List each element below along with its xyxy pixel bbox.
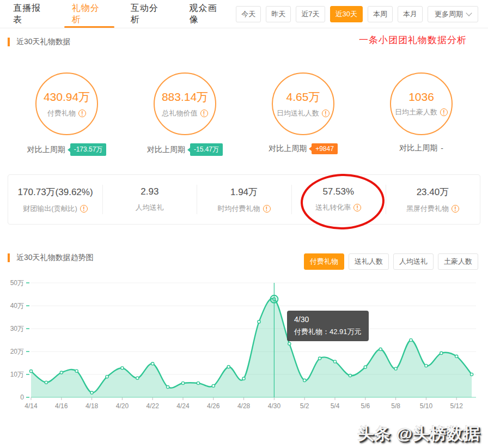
stat-circle-avg-daily-gifters: 4.65万 日均送礼人数 <box>244 72 362 135</box>
svg-text:10万: 10万 <box>10 371 24 378</box>
info-icon[interactable] <box>452 205 459 213</box>
compare-row-total-gift-value: 对比上周期 -15.47万 <box>126 143 244 156</box>
svg-text:4/28: 4/28 <box>237 402 251 410</box>
stat-ring: 4.65万 日均送礼人数 <box>272 72 334 135</box>
svg-text:5/12: 5/12 <box>450 402 463 410</box>
gift-data-section-title: 近30天礼物数据 <box>16 37 71 47</box>
tab-label: 互动分析 <box>131 3 166 26</box>
svg-text:4/14: 4/14 <box>25 402 38 410</box>
filter-tycoon-count-button[interactable]: 土豪人数 <box>438 253 478 270</box>
period-yesterday-button[interactable]: 昨天 <box>266 6 291 22</box>
period-this-month-button[interactable]: 本月 <box>398 6 423 22</box>
stat-label-text: 日均送礼人数 <box>277 108 319 118</box>
summary-stat-blackscreen-paid-gifts: 23.40万 黑屏付费礼物 <box>386 175 480 224</box>
stat-value: 2.93 <box>141 186 158 197</box>
stat-value: 883.14万 <box>162 89 208 105</box>
compare-label: 对比上周期 <box>27 145 65 155</box>
period-last30days-button[interactable]: 近30天 <box>330 6 363 22</box>
watermark: 头条 @头榜数据 <box>357 423 480 445</box>
period-selector: 今天 昨天 近7天 近30天 本周 本月 更多周期 <box>236 6 478 22</box>
info-icon[interactable] <box>78 110 86 117</box>
compare-badge: -173.57万 <box>70 143 107 156</box>
svg-text:5/6: 5/6 <box>361 402 370 410</box>
main-tabs: 直播报表 礼物分析 互动分析 观众画像 <box>1 0 236 28</box>
filter-avg-gifts-button[interactable]: 人均送礼 <box>393 253 434 270</box>
info-icon[interactable] <box>200 110 208 117</box>
period-more-dropdown[interactable]: 更多周期 <box>428 6 478 22</box>
info-icon[interactable] <box>353 204 361 211</box>
stat-value: 1036 <box>408 90 434 104</box>
filter-gifter-count-button[interactable]: 送礼人数 <box>349 253 389 270</box>
stat-label: 日均土豪人数 <box>395 107 448 117</box>
gift-data-section-header: 近30天礼物数据 <box>8 37 71 47</box>
tab-gift-analysis[interactable]: 礼物分析 <box>60 0 119 28</box>
summary-stat-avg-gifts-per-person: 2.93 人均送礼 <box>102 175 197 224</box>
more-dropdown-label: 更多周期 <box>435 9 463 19</box>
period-this-week-button[interactable]: 本周 <box>368 6 393 22</box>
info-icon[interactable] <box>263 205 271 213</box>
stat-ring: 883.14万 总礼物价值 <box>154 72 216 135</box>
stat-label: 送礼转化率 <box>315 203 361 213</box>
summary-stat-hourly-paid-gifts: 1.94万 时均付费礼物 <box>197 175 291 224</box>
svg-text:40万: 40万 <box>10 302 24 310</box>
stat-value: 57.53% <box>322 186 354 197</box>
section-accent-bar <box>8 38 10 46</box>
svg-text:4/26: 4/26 <box>207 402 220 410</box>
stat-label-text: 财团输出(贡献比) <box>23 204 77 214</box>
tab-live-report[interactable]: 直播报表 <box>1 0 60 28</box>
tab-label: 观众画像 <box>189 3 224 26</box>
compare-row-avg-daily-gifters: 对比上周期 +9847 <box>244 143 362 154</box>
compare-badge: - <box>441 144 443 153</box>
info-icon[interactable] <box>440 108 448 116</box>
compare-row-avg-daily-tycoons: 对比上周期 - <box>362 143 480 153</box>
stat-label-text: 付费礼物 <box>47 108 76 118</box>
compare-label: 对比上周期 <box>269 144 307 154</box>
stat-label-text: 黑屏付费礼物 <box>406 204 449 214</box>
svg-text:4/24: 4/24 <box>176 402 190 410</box>
period-last7days-button[interactable]: 近7天 <box>296 6 325 22</box>
svg-text:4/22: 4/22 <box>147 402 160 410</box>
stat-label-text: 时均付费礼物 <box>218 204 260 214</box>
svg-text:30万: 30万 <box>10 325 24 332</box>
gift-analysis-dashboard: 直播报表 礼物分析 互动分析 观众画像 今天 昨天 近7天 近30天 本周 本月… <box>0 0 488 448</box>
tab-label: 礼物分析 <box>72 3 107 26</box>
stat-value: 1.94万 <box>230 186 258 198</box>
trend-chart[interactable]: 010万20万30万40万50万4/144/164/184/204/224/24… <box>0 277 488 415</box>
svg-text:4/20: 4/20 <box>116 402 129 410</box>
svg-text:5/10: 5/10 <box>420 402 433 410</box>
stat-label: 黑屏付费礼物 <box>406 204 459 214</box>
trend-chart-area[interactable]: 010万20万30万40万50万4/144/164/184/204/224/24… <box>0 277 488 415</box>
chevron-down-icon <box>466 10 472 16</box>
compare-label: 对比上周期 <box>147 145 185 155</box>
streamer-analysis-annotation: 一条小团团礼物数据分析 <box>359 34 467 46</box>
top-tab-bar: 直播报表 礼物分析 互动分析 观众画像 今天 昨天 近7天 近30天 本周 本月… <box>0 0 488 28</box>
info-icon[interactable] <box>80 205 88 213</box>
compare-label: 对比上周期 <box>399 143 437 153</box>
tab-interaction-analysis[interactable]: 互动分析 <box>119 0 178 28</box>
stat-label: 日均送礼人数 <box>277 108 330 118</box>
svg-text:50万: 50万 <box>10 279 24 287</box>
svg-text:20万: 20万 <box>10 348 24 355</box>
compare-badge: -15.47万 <box>190 143 223 156</box>
trend-section-header: 近30天礼物数据趋势图 <box>8 253 94 263</box>
trend-section-title: 近30天礼物数据趋势图 <box>16 253 94 263</box>
summary-stats-box: 170.73万(39.62%) 财团输出(贡献比) 2.93 人均送礼 1.94… <box>8 174 480 225</box>
compare-badge: +9847 <box>312 143 338 154</box>
period-today-button[interactable]: 今天 <box>236 6 261 22</box>
stat-label-text: 日均土豪人数 <box>395 107 437 117</box>
svg-text:0: 0 <box>20 393 24 401</box>
info-icon[interactable] <box>322 110 330 117</box>
stat-circle-paid-gifts: 430.94万 付费礼物 <box>8 72 126 135</box>
stat-label-text: 总礼物价值 <box>162 108 198 118</box>
tooltip-value: 付费礼物：42.91万元 <box>294 328 362 336</box>
tab-label: 直播报表 <box>13 3 48 26</box>
tab-audience-portrait[interactable]: 观众画像 <box>177 0 236 28</box>
stat-value: 170.73万(39.62%) <box>18 186 93 198</box>
svg-text:4/30: 4/30 <box>268 402 281 410</box>
svg-text:5/2: 5/2 <box>300 402 309 410</box>
filter-paid-gifts-button[interactable]: 付费礼物 <box>304 253 344 270</box>
stat-value: 4.65万 <box>286 89 320 105</box>
stat-label: 人均送礼 <box>136 203 164 213</box>
stat-ring: 430.94万 付费礼物 <box>35 72 98 135</box>
stat-label-text: 送礼转化率 <box>315 203 351 213</box>
